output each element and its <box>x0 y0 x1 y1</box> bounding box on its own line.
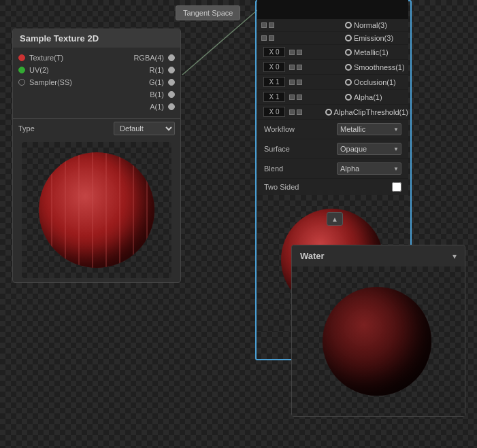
node-row-sampler: Sampler(SS) G(1) <box>13 76 180 88</box>
emission-circle <box>345 35 352 41</box>
node-row-texture: Texture(T) RGBA(4) <box>13 52 180 64</box>
occlusion-label: Occlusion(1) <box>354 78 408 86</box>
water-preview <box>292 266 465 416</box>
node-row-a: A(1) <box>13 101 180 113</box>
node-title: Sample Texture 2D <box>13 29 180 48</box>
tangent-space-button[interactable]: Tangent Space <box>176 5 240 20</box>
two-sided-checkbox[interactable] <box>392 182 401 192</box>
normal-label: Normal(3) <box>354 21 408 29</box>
alphaclip-circle <box>325 109 332 116</box>
smoothness-sq <box>289 65 295 70</box>
shader-port-normal: Normal(3) <box>257 19 408 32</box>
water-title: Water <box>300 251 325 261</box>
emission-label: Emission(3) <box>354 34 408 42</box>
type-select[interactable]: Default <box>114 122 175 135</box>
occlusion-value[interactable] <box>263 77 285 87</box>
tangent-space-label: Tangent Space <box>183 9 233 17</box>
r-label: R(1) <box>150 66 164 74</box>
rgba-port-dot <box>168 54 175 61</box>
alphaclip-label: AlphaClipThreshold(1) <box>334 108 408 116</box>
normal-sq-connector2 <box>269 22 274 28</box>
node-preview <box>22 142 171 278</box>
blend-select[interactable]: Alpha Premultiply Additive <box>337 162 401 175</box>
emission-sq1 <box>261 35 267 41</box>
shader-port-alpha: Alpha(1) <box>257 90 408 105</box>
surface-row: Surface Opaque Transparent <box>257 139 408 159</box>
shader-top-bar <box>257 0 408 19</box>
metallic-sq2 <box>297 50 302 55</box>
occlusion-circle <box>345 79 352 86</box>
workflow-select[interactable]: Metallic Specular <box>337 123 401 135</box>
alpha-value[interactable] <box>263 92 285 102</box>
b-port-dot <box>168 91 175 98</box>
normal-sq-connector <box>261 22 267 28</box>
texture-label: Texture(T) <box>29 54 63 62</box>
blend-row: Blend Alpha Premultiply Additive <box>257 159 408 179</box>
g-port-dot <box>168 79 175 86</box>
workflow-row: Workflow Metallic Specular <box>257 120 408 139</box>
type-row: Type Default <box>13 118 180 138</box>
sampler-port-dot <box>18 79 25 86</box>
surface-label: Surface <box>264 145 290 153</box>
alpha-sq2 <box>297 94 302 100</box>
node-body: Texture(T) RGBA(4) UV(2) R(1) Sampler(SS… <box>13 48 180 117</box>
occlusion-sq2 <box>297 80 302 85</box>
a-label: A(1) <box>150 103 164 111</box>
two-sided-row: Two Sided <box>257 179 408 195</box>
water-panel: Water ▾ <box>291 245 465 417</box>
surface-select[interactable]: Opaque Transparent <box>337 143 401 155</box>
rgba-label: RGBA(4) <box>133 54 164 62</box>
water-sphere <box>323 287 431 396</box>
alphaclip-sq <box>289 109 295 115</box>
normal-circle <box>345 22 352 29</box>
shader-port-emission: Emission(3) <box>257 32 408 45</box>
uv-port-dot <box>18 67 25 73</box>
water-header[interactable]: Water ▾ <box>292 245 465 266</box>
metallic-value[interactable] <box>263 47 285 57</box>
smoothness-value[interactable] <box>263 62 285 72</box>
alpha-sq <box>289 94 295 100</box>
alphaclip-sq2 <box>297 109 302 115</box>
two-sided-label: Two Sided <box>264 183 299 191</box>
sphere-preview-red <box>39 152 154 268</box>
sphere-lines <box>39 152 154 268</box>
collapse-button[interactable]: ▲ <box>327 212 343 226</box>
alphaclip-value[interactable] <box>263 107 285 117</box>
a-port-dot <box>168 103 175 110</box>
shader-port-smoothness: Smoothness(1) <box>257 60 408 75</box>
node-row-uv: UV(2) R(1) <box>13 64 180 76</box>
g-label: G(1) <box>149 78 164 86</box>
shader-port-occlusion: Occlusion(1) <box>257 75 408 90</box>
metallic-sq <box>289 50 295 55</box>
sampler-label: Sampler(SS) <box>29 78 72 86</box>
water-chevron-icon: ▾ <box>453 252 457 261</box>
metallic-label: Metallic(1) <box>354 48 408 56</box>
shader-port-metallic: Metallic(1) <box>257 45 408 60</box>
node-row-b: B(1) <box>13 88 180 101</box>
smoothness-circle <box>345 64 352 71</box>
b-label: B(1) <box>150 90 164 99</box>
metallic-circle <box>345 49 352 56</box>
sample-texture-node: Sample Texture 2D Texture(T) RGBA(4) UV(… <box>12 29 181 283</box>
alpha-circle <box>345 94 352 101</box>
emission-sq2 <box>269 35 274 41</box>
r-port-dot <box>168 67 175 73</box>
smoothness-label: Smoothness(1) <box>354 63 408 71</box>
blend-label: Blend <box>264 165 283 173</box>
texture-port-dot <box>18 54 25 61</box>
alpha-label: Alpha(1) <box>354 93 408 101</box>
collapse-icon: ▲ <box>331 216 338 223</box>
smoothness-sq2 <box>297 65 302 70</box>
type-label: Type <box>18 124 35 133</box>
workflow-label: Workflow <box>264 125 295 133</box>
uv-label: UV(2) <box>29 66 49 74</box>
occlusion-sq <box>289 80 295 85</box>
shader-port-alphaclip: AlphaClipThreshold(1) <box>257 105 408 120</box>
